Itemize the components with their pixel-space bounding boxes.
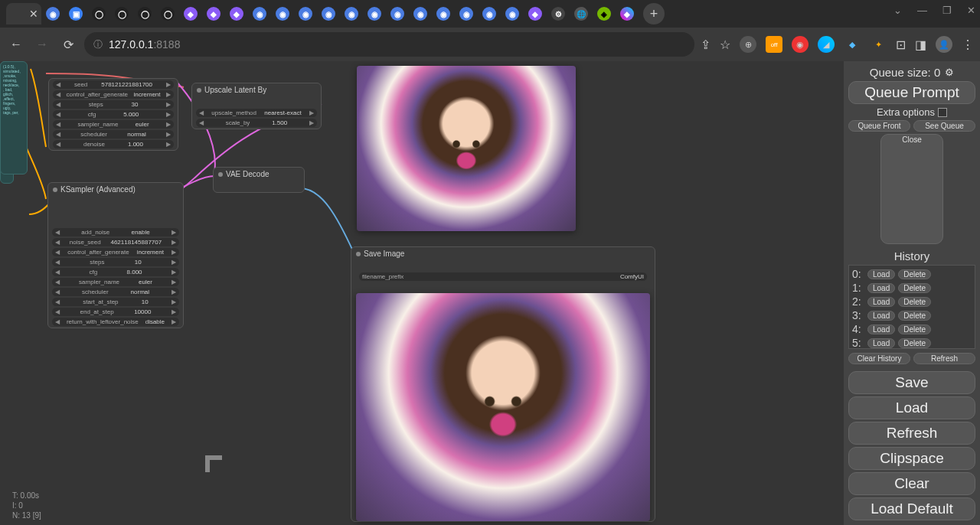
extensions-icon[interactable]: ⊡ bbox=[896, 38, 906, 52]
maximize-icon[interactable]: ❐ bbox=[942, 5, 952, 16]
node-widget[interactable]: ◀denoise1.000▶ bbox=[53, 140, 174, 148]
tab-item[interactable]: 🌐 bbox=[570, 3, 593, 24]
history-list[interactable]: 0: Load Delete1: Load Delete2: Load Dele… bbox=[848, 265, 975, 349]
node-vae-decode[interactable]: VAE Decode bbox=[213, 167, 305, 193]
tab-item[interactable]: ◆ bbox=[524, 3, 547, 24]
history-delete-button[interactable]: Delete bbox=[898, 283, 931, 293]
clipspace-button[interactable]: Clipspace bbox=[848, 447, 975, 470]
minimize-icon[interactable]: — bbox=[917, 5, 927, 16]
text-node[interactable]: (1:0.5), simulated, ,smoke, missing, nec… bbox=[0, 61, 28, 174]
refresh-history-button[interactable]: Refresh bbox=[913, 353, 975, 364]
extension-icon[interactable]: off bbox=[766, 36, 782, 53]
forward-button[interactable]: → bbox=[32, 34, 52, 54]
profile-icon[interactable]: 👤 bbox=[936, 36, 952, 53]
node-widget[interactable]: ◀sampler_nameeuler▶ bbox=[52, 278, 179, 286]
node-widget[interactable]: ◀seed578121221881700▶ bbox=[53, 80, 174, 89]
tab-item[interactable]: ◯ bbox=[133, 3, 156, 24]
sidepanel-icon[interactable]: ◨ bbox=[915, 38, 926, 52]
load-button[interactable]: Load bbox=[848, 396, 975, 419]
extension-icon[interactable]: ⊕ bbox=[740, 36, 756, 53]
history-load-button[interactable]: Load bbox=[867, 311, 895, 321]
node-widget[interactable]: ◀end_at_step10000▶ bbox=[52, 308, 179, 316]
close-button[interactable]: Close bbox=[880, 134, 943, 244]
tab-item[interactable]: ◉ bbox=[478, 3, 501, 24]
tab-item[interactable]: ◆ bbox=[202, 3, 225, 24]
tab-item[interactable]: ◉ bbox=[432, 3, 455, 24]
clear-button[interactable]: Clear bbox=[848, 472, 975, 495]
tab-item[interactable]: ◆ bbox=[225, 3, 248, 24]
node-widget[interactable]: ◀control_after_generateincrement▶ bbox=[53, 90, 174, 99]
node-widget[interactable]: ◀noise_seed462118145887707▶ bbox=[52, 238, 179, 246]
tab-item[interactable]: ◉ bbox=[409, 3, 432, 24]
history-delete-button[interactable]: Delete bbox=[898, 338, 931, 348]
node-widget[interactable]: ◀cfg5.000▶ bbox=[53, 110, 174, 119]
close-window-icon[interactable]: ✕ bbox=[967, 5, 975, 16]
node-widget[interactable]: ◀control_after_generateincrement▶ bbox=[52, 248, 179, 256]
history-load-button[interactable]: Load bbox=[867, 297, 895, 307]
tab-item[interactable]: ▣ bbox=[64, 3, 87, 24]
tab-item[interactable]: ◆ bbox=[179, 3, 202, 24]
history-delete-button[interactable]: Delete bbox=[898, 297, 931, 307]
tab-item[interactable]: ◉ bbox=[340, 3, 363, 24]
tab-item[interactable]: ◯ bbox=[110, 3, 133, 24]
queue-prompt-button[interactable]: Queue Prompt bbox=[848, 81, 975, 104]
tab-item[interactable]: ◉ bbox=[363, 3, 386, 24]
image-preview[interactable] bbox=[357, 66, 576, 231]
extra-options-toggle[interactable]: Extra options bbox=[848, 106, 975, 118]
history-load-button[interactable]: Load bbox=[867, 324, 895, 334]
extension-icon[interactable]: ✦ bbox=[870, 36, 887, 53]
history-delete-button[interactable]: Delete bbox=[898, 269, 931, 279]
back-button[interactable]: ← bbox=[6, 34, 26, 54]
tab-item[interactable]: ◉ bbox=[41, 3, 64, 24]
node-widget[interactable]: ◀sampler_nameeuler▶ bbox=[53, 120, 174, 129]
tab-item[interactable]: ◉ bbox=[271, 3, 294, 24]
history-delete-button[interactable]: Delete bbox=[898, 324, 931, 334]
node-widget[interactable]: ◀cfg8.000▶ bbox=[52, 268, 179, 276]
reload-button[interactable]: ⟳ bbox=[58, 34, 78, 54]
gear-icon[interactable]: ⚙ bbox=[945, 67, 954, 78]
tab-active[interactable]: ✕ bbox=[6, 3, 41, 24]
tab-item[interactable]: ◉ bbox=[501, 3, 524, 24]
tab-item[interactable]: ◉ bbox=[386, 3, 409, 24]
history-delete-button[interactable]: Delete bbox=[898, 311, 931, 321]
new-tab-button[interactable]: + bbox=[643, 3, 665, 24]
tab-item[interactable]: ◈ bbox=[593, 3, 616, 24]
node-widget[interactable]: ◀schedulernormal▶ bbox=[53, 130, 174, 139]
node-save-image[interactable]: Save Image filename_prefixComfyUI bbox=[351, 246, 655, 522]
tab-item[interactable]: ◯ bbox=[87, 3, 110, 24]
load-default-button[interactable]: Load Default bbox=[848, 497, 975, 520]
tab-item[interactable]: ◉ bbox=[294, 3, 317, 24]
node-ksampler[interactable]: ◀seed578121221881700▶◀control_after_gene… bbox=[48, 78, 178, 151]
node-widget[interactable]: ◀start_at_step10▶ bbox=[52, 298, 179, 306]
node-upscale-latent[interactable]: Upscale Latent By ◀upscale_methodnearest… bbox=[191, 83, 322, 129]
extension-icon[interactable]: ◢ bbox=[818, 36, 835, 53]
star-icon[interactable]: ☆ bbox=[720, 38, 730, 52]
extension-icon[interactable]: ◉ bbox=[792, 36, 808, 53]
node-widget[interactable]: ◀return_with_leftover_noisedisable▶ bbox=[52, 318, 179, 326]
menu-icon[interactable]: ⋮ bbox=[962, 38, 974, 52]
node-widget[interactable]: ◀add_noiseenable▶ bbox=[52, 228, 179, 236]
queue-front-button[interactable]: Queue Front bbox=[848, 120, 910, 132]
tab-item[interactable]: ◉ bbox=[248, 3, 271, 24]
history-load-button[interactable]: Load bbox=[867, 283, 895, 293]
resize-handle-icon[interactable] bbox=[205, 455, 222, 472]
tab-item[interactable]: ◆ bbox=[616, 3, 639, 24]
see-queue-button[interactable]: See Queue bbox=[913, 120, 975, 132]
clear-history-button[interactable]: Clear History bbox=[848, 353, 910, 364]
refresh-button[interactable]: Refresh bbox=[848, 422, 975, 445]
tab-item[interactable]: ◉ bbox=[317, 3, 340, 24]
tab-item[interactable]: ⚙ bbox=[547, 3, 570, 24]
history-load-button[interactable]: Load bbox=[867, 269, 895, 279]
share-icon[interactable]: ⇪ bbox=[701, 38, 710, 52]
image-preview-large[interactable] bbox=[356, 293, 650, 521]
node-ksampler-advanced[interactable]: KSampler (Advanced) ◀add_noiseenable▶◀no… bbox=[47, 182, 184, 328]
node-canvas[interactable]: smiling, (0), RAW, soft full, blurred re… bbox=[0, 61, 835, 525]
close-tab-icon[interactable]: ✕ bbox=[29, 8, 38, 20]
tab-item[interactable]: ◯ bbox=[156, 3, 179, 24]
address-bar[interactable]: ⓘ 127.0.0.1:8188 bbox=[84, 32, 694, 57]
node-widget[interactable]: ◀steps10▶ bbox=[52, 258, 179, 266]
save-button[interactable]: Save bbox=[848, 371, 975, 394]
chevron-down-icon[interactable]: ⌄ bbox=[893, 5, 902, 16]
extension-icon[interactable]: ◆ bbox=[844, 36, 861, 53]
tab-item[interactable]: ◉ bbox=[455, 3, 478, 24]
